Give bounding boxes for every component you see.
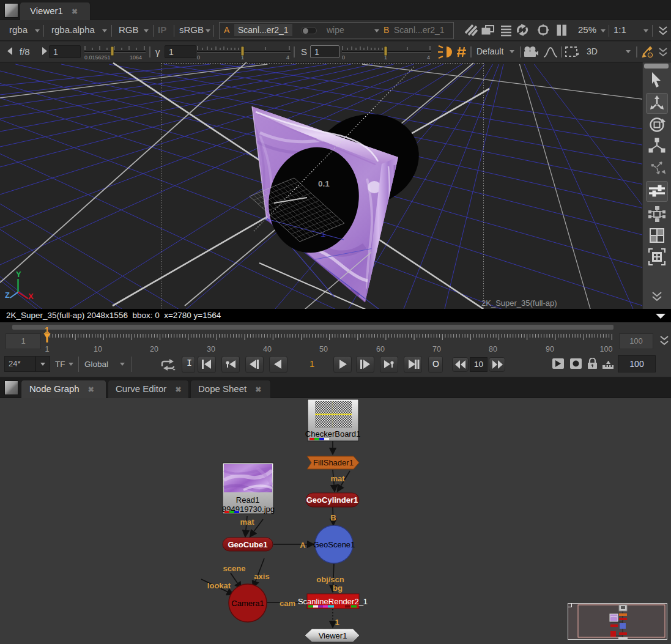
svg-text:obj/scn: obj/scn	[316, 575, 344, 584]
svg-text:lookat: lookat	[207, 581, 231, 590]
svg-text:Camera1: Camera1	[231, 599, 264, 608]
svg-text:bg: bg	[333, 583, 343, 593]
svg-text:1: 1	[45, 345, 50, 353]
svg-text:20: 20	[150, 345, 158, 353]
svg-text:mat: mat	[240, 517, 254, 527]
svg-text:i: i	[650, 54, 650, 57]
svg-text:10: 10	[94, 345, 102, 353]
svg-text:axis: axis	[254, 572, 269, 581]
svg-text:4: 4	[427, 54, 430, 60]
svg-text:1: 1	[241, 54, 244, 60]
svg-text:A: A	[300, 541, 306, 550]
svg-text:1: 1	[45, 325, 49, 335]
svg-text:GeoCylinder1: GeoCylinder1	[306, 495, 358, 505]
svg-text:B: B	[330, 513, 336, 522]
svg-text:Viewer1: Viewer1	[319, 631, 347, 640]
svg-text:70: 70	[432, 345, 441, 353]
svg-text:Z: Z	[5, 291, 10, 300]
svg-text:X: X	[28, 292, 34, 301]
svg-text:scene: scene	[223, 564, 246, 573]
svg-text:2K_Super_35(full-ap): 2K_Super_35(full-ap)	[481, 298, 557, 308]
svg-text:4: 4	[286, 54, 289, 60]
svg-text:FillShader1: FillShader1	[313, 458, 354, 467]
svg-text:0: 0	[342, 54, 345, 60]
svg-text:1: 1	[335, 618, 339, 627]
svg-text:GeoCube1: GeoCube1	[228, 540, 267, 549]
svg-text:⊥: ⊥	[321, 231, 326, 238]
svg-text:cam: cam	[280, 599, 295, 608]
svg-text:60: 60	[376, 345, 385, 353]
svg-text:1: 1	[384, 54, 387, 60]
svg-text:30: 30	[207, 345, 215, 353]
svg-text:1064: 1064	[130, 54, 142, 60]
svg-text:ScanlineRender2_1: ScanlineRender2_1	[298, 597, 368, 606]
svg-text:0.1: 0.1	[318, 179, 330, 188]
svg-text:100: 100	[600, 345, 613, 353]
svg-text:50: 50	[319, 345, 328, 353]
svg-text:0: 0	[197, 54, 200, 60]
svg-text:CheckerBoard1: CheckerBoard1	[305, 429, 360, 439]
svg-text:Y: Y	[16, 270, 21, 279]
svg-text:0.0156251: 0.0156251	[84, 54, 111, 60]
svg-text:80: 80	[489, 345, 497, 353]
svg-text:90: 90	[546, 345, 554, 353]
svg-text:GeoScene1: GeoScene1	[313, 540, 355, 549]
svg-text:40: 40	[263, 345, 272, 353]
svg-text:Read1: Read1	[236, 495, 259, 505]
svg-text:mat: mat	[330, 474, 345, 483]
